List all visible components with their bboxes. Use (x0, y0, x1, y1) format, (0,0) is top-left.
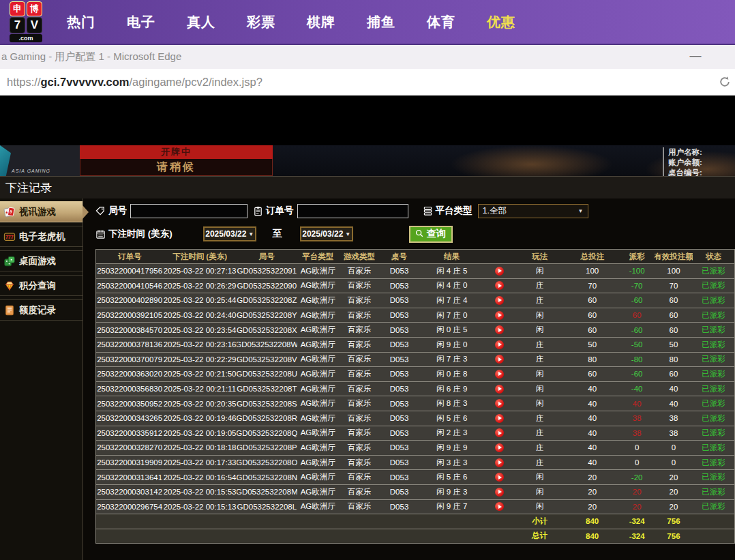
nav-item-8[interactable]: 优惠 (487, 13, 515, 31)
result-play-button[interactable] (495, 502, 504, 511)
result-play-button[interactable] (495, 399, 504, 408)
logo-suffix: .com (10, 34, 42, 42)
cell-game: 百家乐 (339, 367, 380, 381)
cell-game: 百家乐 (339, 293, 380, 308)
total-cell-play (485, 529, 514, 544)
sidebar-item-2[interactable]: 777电子老虎机 (0, 226, 82, 247)
cell-valid: 0 (655, 456, 693, 470)
table-row: 2503220003845702025-03-22 00:23:54GD0532… (96, 323, 734, 338)
wait-message: 请稍候 (80, 159, 273, 176)
cell-game: 百家乐 (339, 500, 380, 514)
minimize-button[interactable]: — (687, 49, 704, 63)
result-play-button[interactable] (495, 296, 504, 305)
result-play-button[interactable] (495, 428, 504, 437)
result-play-button[interactable] (495, 414, 504, 423)
sidebar-item-4[interactable]: 积分查询 (0, 275, 82, 296)
cell-game: 百家乐 (339, 441, 380, 455)
platform-select[interactable]: 1.全部 (478, 204, 588, 218)
sidebar: ♦9视讯游戏777电子老虎机桌面游戏积分查询额度记录 (0, 198, 83, 560)
result-play-button[interactable] (495, 458, 504, 467)
nav-item-1[interactable]: 热门 (67, 13, 95, 31)
sidebar-item-5[interactable]: 额度记录 (0, 299, 82, 321)
cell-play (485, 353, 514, 367)
col-header-payout: 派彩 (619, 250, 654, 263)
cell-order: 250322000319909 (96, 456, 163, 470)
cell-status: 已派彩 (693, 338, 734, 352)
window-titlebar: a Gaming - 用户配置 1 - Microsoft Edge — (0, 44, 735, 69)
cell-play (485, 456, 514, 470)
address-bar[interactable]: https://gci.7vvvvvv.com/agingame/pcv2/in… (0, 69, 735, 95)
cell-play (485, 308, 514, 323)
result-play-button[interactable] (495, 267, 504, 276)
cell-result: 闲 5 庄 6 (419, 470, 485, 484)
site-logo[interactable]: 申 博 7 V .com (5, 1, 46, 42)
result-play-button[interactable] (495, 385, 504, 394)
cell-bet: 60 (565, 308, 620, 323)
cell-game: 百家乐 (339, 323, 380, 337)
cell-status: 已派彩 (693, 411, 734, 426)
cell-side: 庄 (514, 293, 565, 308)
cell-game: 百家乐 (339, 396, 380, 411)
cell-result: 闲 9 庄 0 (419, 338, 485, 352)
cell-order: 250322000313641 (96, 470, 163, 484)
round-input[interactable] (130, 204, 247, 218)
sidebar-item-1[interactable]: ♦9视讯游戏 (0, 201, 82, 222)
cell-platform: AG欧洲厅 (297, 279, 339, 293)
order-input[interactable] (297, 204, 408, 218)
cell-game: 百家乐 (339, 411, 380, 426)
nav-item-2[interactable]: 电子 (127, 13, 155, 31)
result-play-button[interactable] (495, 443, 504, 452)
cell-status: 已派彩 (693, 441, 734, 455)
cell-round: GD0532532208R (237, 411, 297, 426)
cell-time: 2025-03-22 00:17:33 (163, 456, 237, 470)
result-play-button[interactable] (495, 370, 504, 379)
result-play-button[interactable] (495, 340, 504, 349)
order-label: 订单号 (266, 205, 294, 217)
dealing-status-label: 开牌中 (80, 145, 273, 159)
result-play-button[interactable] (495, 311, 504, 320)
nav-item-6[interactable]: 捕鱼 (367, 13, 395, 31)
nav-menu: 热门电子真人彩票棋牌捕鱼体育优惠 (67, 13, 515, 31)
cell-payout: -100 (619, 264, 654, 278)
result-play-button[interactable] (495, 488, 504, 497)
cell-payout: -60 (619, 323, 654, 337)
date-from-picker[interactable]: 2025/03/22 (203, 226, 256, 241)
result-play-button[interactable] (495, 355, 504, 364)
date-to-picker[interactable]: 2025/03/22 (300, 226, 353, 241)
table-row: 2503220003781362025-03-22 00:23:16GD0532… (96, 338, 734, 353)
cell-bet: 40 (565, 382, 620, 396)
nav-item-4[interactable]: 彩票 (247, 13, 275, 31)
asia-gaming-mark-icon (0, 145, 11, 176)
sidebar-item-3[interactable]: 桌面游戏 (0, 250, 82, 271)
cell-bet: 20 (565, 500, 620, 514)
cell-play (485, 323, 514, 337)
cell-round: GD0532532208U (237, 367, 297, 381)
result-play-button[interactable] (495, 281, 504, 290)
cell-order: 250322000384570 (96, 323, 163, 337)
cell-payout: 60 (619, 308, 654, 323)
result-play-button[interactable] (495, 473, 504, 482)
cell-play (485, 264, 514, 278)
bet-time-label: 下注时间 (美东) (108, 228, 172, 240)
search-button[interactable]: 查询 (409, 226, 453, 243)
cell-time: 2025-03-22 00:19:05 (163, 426, 237, 441)
table-row: 2503220003136412025-03-22 00:16:54GD0532… (96, 470, 734, 485)
cell-order: 250322000410546 (96, 279, 163, 293)
cell-platform: AG欧洲厅 (297, 396, 339, 411)
nav-item-5[interactable]: 棋牌 (307, 13, 335, 31)
col-header-side: 玩法 (514, 250, 565, 263)
reload-icon[interactable] (718, 75, 732, 91)
cell-play (485, 338, 514, 352)
cards-icon: ♦9 (3, 206, 16, 218)
cell-result: 闲 3 庄 3 (419, 456, 485, 470)
col-header-valid: 有效投注额 (655, 250, 693, 263)
subtotal-cell-payout: -324 (619, 514, 654, 529)
cell-round: GD0532532208V (237, 353, 297, 367)
cell-side: 闲 (514, 264, 565, 278)
nav-item-3[interactable]: 真人 (187, 13, 215, 31)
cell-valid: 70 (655, 279, 693, 293)
nav-item-7[interactable]: 体育 (427, 13, 455, 31)
sidebar-item-label: 桌面游戏 (19, 255, 56, 267)
subtotal-cell-status (693, 514, 734, 529)
result-play-button[interactable] (495, 325, 504, 334)
